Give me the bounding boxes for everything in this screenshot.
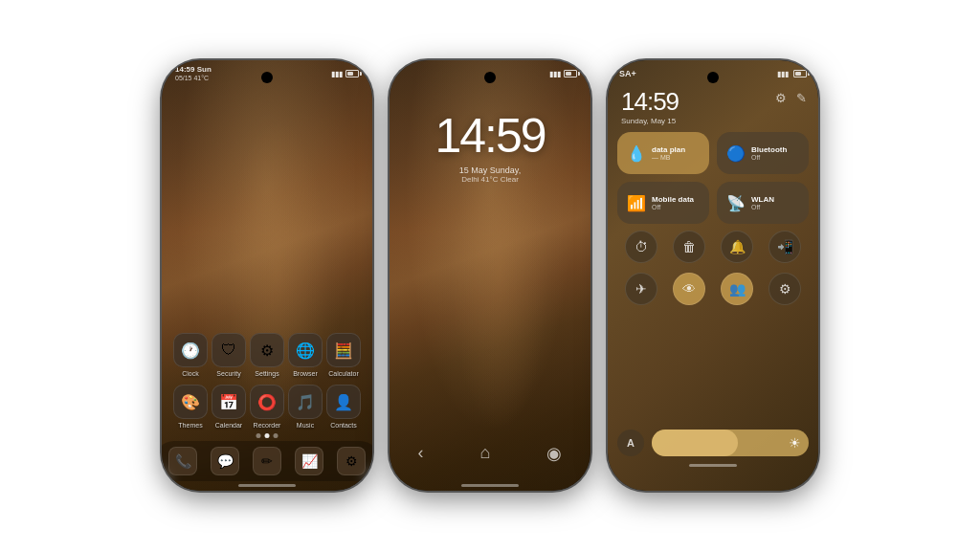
security-icon: 🛡 [212,333,246,367]
cc-tile-bluetooth[interactable]: 🔵 Bluetooth Off [717,132,809,174]
app-row-2: 🎨 Themes 📅 Calendar ⭕ Recorder 🎵 Music 👤 [171,385,363,429]
battery-icon [345,70,359,77]
cc-data-text: data plan — MB [652,145,685,161]
page-dots [256,433,278,438]
dock-phone[interactable]: 📞 [168,447,197,475]
control-screen: SA+ ▮▮▮ 14:59 Sunday, May 15 ⚙ ✎ 💧 [608,60,818,491]
lock-clock-weather: Delhi 41°C Clear [434,175,545,184]
cc-transfer-btn[interactable]: 📲 [768,231,801,263]
cc-clock-date: Sunday, May 15 [621,117,679,125]
browser-icon: 🌐 [288,333,323,367]
music-icon: 🎵 [288,385,323,419]
lock-battery-icon [564,70,577,77]
cc-mobile-title: Mobile data [652,195,694,204]
lock-camera-btn[interactable]: ◉ [546,443,562,464]
cc-brightness-row: A ☀ [617,430,809,456]
lock-status-right: ▮▮▮ [549,70,577,78]
themes-icon: 🎨 [173,385,208,419]
status-left: 14:59 Sun 05/15 41°C [175,66,212,81]
app-clock[interactable]: 🕐 Clock [172,333,209,377]
app-themes-label: Themes [178,422,202,429]
app-row-1: 🕐 Clock 🛡 Security ⚙ Settings 🌐 Browser … [171,333,363,377]
dock-settings[interactable]: ⚙ [337,447,366,475]
lock-home-btn[interactable]: ⌂ [480,443,491,464]
cc-wlan-subtitle: Off [751,204,774,210]
cc-signal-icon: ▮▮▮ [777,70,789,78]
lock-signal-icon: ▮▮▮ [549,70,561,78]
camera-notch [261,72,273,83]
cc-home-bar [689,464,737,467]
app-settings[interactable]: ⚙ Settings [249,333,285,377]
app-clock-label: Clock [182,370,199,377]
home-screen: 14:59 Sun 05/15 41°C ▮▮▮ 🕐 Clock 🛡 Secur… [162,60,372,491]
cc-mobile-icon: 📶 [627,194,646,212]
status-right: ▮▮▮ [331,70,359,78]
settings-icon: ⚙ [250,333,284,367]
app-security[interactable]: 🛡 Security [211,333,247,377]
cc-delete-btn[interactable]: 🗑 [673,231,705,263]
cc-data-icon: 💧 [627,144,646,163]
status-date: 05/15 41°C [175,75,212,81]
cc-wlan-text: WLAN Off [751,195,774,210]
cc-clock-time: 14:59 [621,87,679,117]
cc-carrier: SA+ [619,69,636,78]
lock-back-btn[interactable]: ‹ [418,443,424,464]
cc-notify-btn[interactable]: 🔔 [721,231,753,263]
cc-settings-btn[interactable]: ⚙ [775,91,787,105]
lock-nav-bar: ‹ ⌂ ◉ [390,443,590,464]
cc-status-right: ▮▮▮ [777,70,807,78]
phone-left: 14:59 Sun 05/15 41°C ▮▮▮ 🕐 Clock 🛡 Secur… [162,60,372,491]
dock-stats[interactable]: 📈 [295,447,323,475]
recorder-icon: ⭕ [250,385,284,419]
cc-brightness-fill [652,430,738,456]
dot-1 [256,433,261,438]
signal-icon: ▮▮▮ [331,70,343,78]
app-browser[interactable]: 🌐 Browser [287,333,323,377]
lock-screen: ▮▮▮ 14:59 15 May Sunday, Delhi 41°C Clea… [390,60,590,491]
cc-bottom: A ☀ [617,430,809,467]
app-recorder-label: Recorder [254,422,281,429]
app-themes[interactable]: 🎨 Themes [172,385,209,429]
cc-battery-fill [795,72,801,76]
home-indicator [238,484,296,487]
cc-airplane-btn[interactable]: ✈ [625,273,657,305]
cc-tile-mobile[interactable]: 📶 Mobile data Off [617,182,709,224]
dot-2 [265,433,270,438]
app-music-label: Music [297,422,314,429]
dock-notes[interactable]: ✏ [253,447,281,475]
lock-camera-notch [484,72,496,83]
cc-edit-btn[interactable]: ✎ [796,91,807,105]
cc-tile-row-2: 📶 Mobile data Off 📡 WLAN Off [617,182,809,224]
cc-camera-notch [707,72,719,83]
cc-bluetooth-title: Bluetooth [751,145,787,154]
status-time: 14:59 Sun [175,66,212,74]
cc-tile-wlan[interactable]: 📡 WLAN Off [717,182,809,224]
battery-fill [347,72,353,76]
app-security-label: Security [216,370,240,377]
cc-brightness-bar[interactable]: ☀ [652,430,809,456]
app-music[interactable]: 🎵 Music [287,385,323,429]
phone-center: ▮▮▮ 14:59 15 May Sunday, Delhi 41°C Clea… [390,60,590,491]
cc-data-subtitle: — MB [652,154,685,161]
app-recorder[interactable]: ⭕ Recorder [249,385,285,429]
dock-messages[interactable]: 💬 [211,447,239,475]
lock-clock-time: 14:59 [434,108,545,164]
cc-battery-icon [793,70,807,77]
cc-timer-btn[interactable]: ⏱ [625,231,657,263]
app-calendar[interactable]: 📅 Calendar [211,385,247,429]
app-contacts-label: Contacts [330,422,357,429]
app-grid: 🕐 Clock 🛡 Security ⚙ Settings 🌐 Browser … [171,333,363,429]
dot-3 [274,433,278,438]
cc-icon-row-1: ⏱ 🗑 🔔 📲 [617,231,809,263]
lock-battery-fill [566,72,571,76]
cc-eye-btn[interactable]: 👁 [673,273,705,305]
cc-tile-data[interactable]: 💧 data plan — MB [617,132,709,174]
cc-sun-icon: ☀ [789,435,801,451]
cc-gear-btn[interactable]: ⚙ [768,273,801,305]
app-calculator[interactable]: 🧮 Calculator [325,333,362,377]
cc-clock: 14:59 Sunday, May 15 [621,87,679,125]
cc-bluetooth-subtitle: Off [751,154,787,161]
cc-auto-btn[interactable]: A [617,430,644,456]
app-contacts[interactable]: 👤 Contacts [325,385,362,429]
cc-users-btn[interactable]: 👥 [721,273,753,305]
